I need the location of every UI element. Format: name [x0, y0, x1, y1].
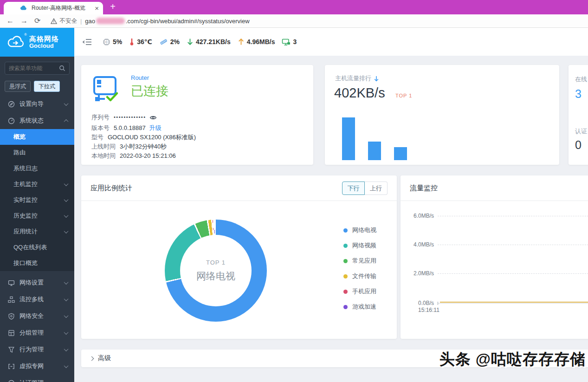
sidebar-item-label: 设置向导	[19, 100, 60, 108]
chevron-down-icon	[64, 181, 69, 186]
tab-close-icon[interactable]: ×	[95, 5, 99, 12]
sidebar-item-auth-management[interactable]: 认证管理	[0, 375, 74, 382]
sidebar-subitem-overview[interactable]: 概览	[0, 129, 74, 145]
svg-text:C: C	[105, 40, 108, 44]
mode-floating-button[interactable]: 悬浮式	[5, 81, 31, 92]
chevron-down-icon	[64, 313, 69, 318]
traffic-flat-line	[440, 302, 588, 303]
version-row: 版本号5.0.0.18887升级	[91, 123, 196, 133]
menu-search-input[interactable]	[9, 65, 59, 71]
auth-count: 0	[575, 138, 582, 152]
sort-down-arrow-icon[interactable]	[374, 76, 379, 82]
y-tick-label: 0.0B/s	[401, 300, 434, 306]
status-toolbar: C 5% 36℃ 2% 427.21KB/s	[74, 28, 588, 56]
sidebar-item-group-management[interactable]: 分组管理	[0, 324, 74, 341]
tab-title: Router-高格网络-概览	[32, 4, 95, 12]
gridline	[438, 245, 588, 245]
sidebar-item-network-settings[interactable]: 网络设置	[0, 274, 74, 291]
menu-search-box[interactable]	[5, 62, 70, 75]
main-content: Router 已连接 序列号••••••••••••• 版本号5.0.0.188…	[74, 56, 588, 382]
logo-title: 高格网络	[29, 35, 59, 43]
legend-dot	[343, 290, 348, 294]
host-traffic-bar-chart	[342, 116, 435, 160]
top1-badge: TOP 1	[395, 93, 412, 98]
shield-icon	[8, 313, 15, 320]
legend-dot	[343, 228, 348, 233]
toutiao-watermark: 头条 @咕哒存存存储	[439, 349, 586, 370]
temperature-stat: 36℃	[129, 38, 152, 46]
sidebar-item-vpn[interactable]: 虚拟专网	[0, 358, 74, 375]
donut-center: TOP 1 网络电视	[180, 235, 252, 306]
chevron-down-icon	[64, 229, 69, 233]
vpn-icon	[8, 363, 15, 370]
chevron-down-icon	[64, 297, 69, 301]
router-status-card: Router 已连接 序列号••••••••••••• 版本号5.0.0.188…	[81, 65, 313, 165]
sidebar: ® 高格网络 Gocloud 悬浮式 下拉式 设置向导	[0, 28, 74, 382]
sidebar-subitem-realtime-monitor[interactable]: 实时监控	[0, 192, 74, 208]
collapse-menu-button[interactable]	[83, 38, 92, 46]
sidebar-item-behavior-management[interactable]: 行为管理	[0, 341, 74, 358]
sidebar-item-flow-control[interactable]: 流控多线	[0, 291, 74, 308]
uptime-row: 上线时间3小时32分钟40秒	[91, 142, 196, 151]
new-tab-button[interactable]: +	[107, 1, 119, 13]
download-speed-stat: 427.21KB/s	[187, 38, 231, 45]
screen: Router-高格网络-概览 × + ← → ⟳ 不安全 | gao.com/c…	[0, 0, 588, 382]
serial-masked-value: •••••••••••••	[114, 114, 146, 120]
upload-speed-stat: 4.96MB/s	[238, 38, 275, 45]
browser-address-bar: ← → ⟳ 不安全 | gao.com/cgi-bin/webui/admin#…	[0, 14, 588, 28]
host-traffic-bar[interactable]	[368, 142, 381, 160]
app-ratio-card: 应用比例统计 下行 上行 TOP 1 网络电视 网络电视 网络视频 常见应用 文…	[81, 175, 397, 339]
memory-icon	[159, 38, 168, 45]
download-arrow-icon	[187, 38, 194, 45]
sidebar-subitem-host-monitor[interactable]: 主机监控	[0, 176, 74, 192]
sidebar-item-system-status[interactable]: 系统状态	[0, 112, 74, 129]
gocloud-cloud-icon	[6, 35, 26, 49]
sidebar-item-network-security[interactable]: 网络安全	[0, 308, 74, 324]
legend-item[interactable]: 游戏加速	[343, 302, 376, 311]
legend-item[interactable]: 网络电视	[343, 226, 376, 235]
eye-icon[interactable]	[149, 114, 157, 123]
legend-item[interactable]: 网络视频	[343, 241, 376, 250]
chevron-down-icon	[64, 330, 69, 335]
donut-center-label: 网络电视	[196, 270, 235, 283]
gridline	[438, 216, 588, 216]
sidebar-item-label: 系统状态	[19, 117, 60, 125]
forward-button[interactable]: →	[20, 17, 28, 25]
legend-item[interactable]: 手机应用	[343, 287, 376, 296]
y-tick-label: 4.0MB/s	[401, 241, 434, 248]
back-button[interactable]: ←	[6, 17, 14, 25]
not-secure-label[interactable]: 不安全	[59, 17, 77, 25]
host-traffic-bar[interactable]	[394, 147, 407, 160]
sidebar-subitem-interface-overview[interactable]: 接口概览	[0, 255, 74, 271]
chevron-down-icon	[64, 280, 69, 285]
x-axis-baseline	[438, 303, 588, 304]
app-ratio-title: 应用比例统计	[90, 184, 132, 193]
online-count: 3	[575, 87, 582, 101]
reload-button[interactable]: ⟳	[34, 17, 40, 25]
funnel-icon	[8, 346, 15, 353]
sidebar-subitem-system-log[interactable]: 系统日志	[0, 161, 74, 176]
upgrade-link[interactable]: 升级	[149, 124, 162, 131]
online-devices-stat: 3	[282, 38, 297, 46]
not-secure-warning-icon	[51, 18, 57, 24]
y-tick-label: 6.0MB/s	[401, 213, 434, 219]
url-text[interactable]: gao.com/cgi-bin/webui/admin#/sysstatus/o…	[85, 18, 249, 25]
host-traffic-bar[interactable]	[342, 117, 355, 160]
chevron-up-icon	[64, 119, 69, 123]
legend-item[interactable]: 文件传输	[343, 272, 376, 281]
sidebar-subitem-routing[interactable]: 路由	[0, 145, 74, 161]
mode-dropdown-button[interactable]: 下拉式	[34, 81, 60, 92]
brand-logo[interactable]: ® 高格网络 Gocloud	[0, 28, 74, 57]
sidebar-item-setup-wizard[interactable]: 设置向导	[0, 96, 74, 112]
tab-downstream[interactable]: 下行	[342, 181, 365, 195]
tab-upstream[interactable]: 上行	[365, 181, 388, 195]
sidebar-subitem-app-statistics[interactable]: 应用统计	[0, 224, 74, 240]
sidebar-subitem-qq-online-list[interactable]: QQ在线列表	[0, 240, 74, 255]
sidebar-subitem-history-monitor[interactable]: 历史监控	[0, 208, 74, 224]
x-tick-label: 15:16:11	[418, 307, 439, 313]
advanced-label: 高级	[98, 354, 111, 363]
host-traffic-top-value: 402KB/s	[334, 85, 385, 101]
legend-item[interactable]: 常见应用	[343, 256, 376, 265]
search-icon[interactable]	[59, 65, 65, 71]
browser-tab[interactable]: Router-高格网络-概览 ×	[4, 2, 103, 14]
